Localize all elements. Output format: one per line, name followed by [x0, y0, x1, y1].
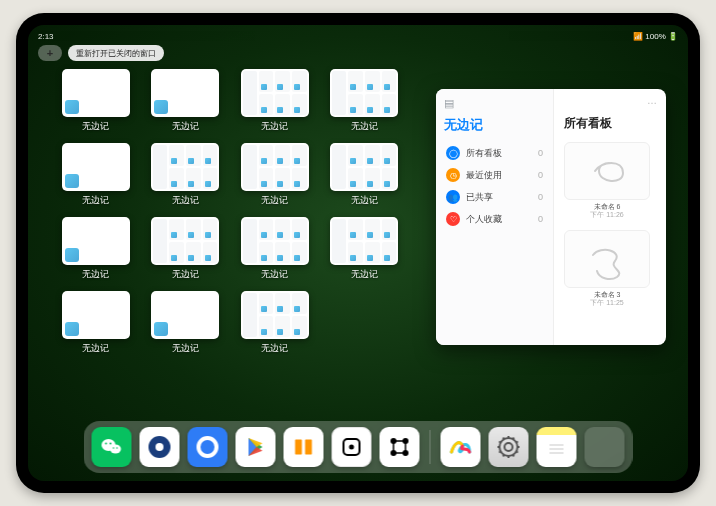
svg-point-7: [156, 443, 164, 451]
svg-point-3: [110, 443, 112, 445]
window-thumb-preview: [330, 217, 398, 265]
status-right: 📶 100% 🔋: [633, 32, 678, 41]
window-thumb-label: 无边记: [82, 120, 109, 133]
new-window-button[interactable]: +: [38, 45, 62, 61]
sidebar-item-icon: ◷: [446, 168, 460, 182]
svg-line-26: [499, 452, 501, 453]
svg-point-4: [113, 447, 115, 449]
sidebar-item-label: 已共享: [466, 191, 493, 204]
dock-browser-icon[interactable]: [140, 427, 180, 467]
sidebar-title: 无边记: [444, 116, 545, 134]
window-thumb-preview: [151, 291, 219, 339]
window-thumb-preview: [151, 143, 219, 191]
window-thumb-label: 无边记: [261, 194, 288, 207]
status-bar: 2:13 📶 100% 🔋: [28, 29, 688, 43]
window-thumb[interactable]: 无边记: [239, 143, 311, 207]
sidebar-item-label: 个人收藏: [466, 213, 502, 226]
dock-notes-icon[interactable]: [537, 427, 577, 467]
dock: [84, 421, 633, 473]
window-thumb-label: 无边记: [351, 194, 378, 207]
window-thumb[interactable]: 无边记: [239, 217, 311, 281]
dock-play-icon[interactable]: [236, 427, 276, 467]
dock-settings-icon[interactable]: [489, 427, 529, 467]
window-thumb-preview: [151, 69, 219, 117]
ipad-frame: 2:13 📶 100% 🔋 + 重新打开已关闭的窗口 无边记无边记无边记无边记无…: [16, 13, 700, 493]
svg-point-8: [199, 438, 217, 456]
window-thumb[interactable]: 无边记: [329, 69, 401, 133]
ipad-screen: 2:13 📶 100% 🔋 + 重新打开已关闭的窗口 无边记无边记无边记无边记无…: [28, 25, 688, 481]
main-title: 所有看板: [564, 115, 656, 132]
svg-line-25: [503, 455, 504, 457]
window-thumb[interactable]: 无边记: [60, 69, 132, 133]
svg-point-19: [500, 438, 518, 456]
sidebar-item-count: 0: [538, 214, 543, 224]
window-thumb-preview: [151, 217, 219, 265]
board-thumb: [564, 142, 650, 200]
window-thumb-label: 无边记: [172, 194, 199, 207]
window-thumb[interactable]: 无边记: [150, 143, 222, 207]
svg-point-14: [349, 445, 354, 450]
svg-point-20: [505, 443, 513, 451]
window-thumb[interactable]: 无边记: [60, 217, 132, 281]
reopen-closed-window-button[interactable]: 重新打开已关闭的窗口: [68, 45, 164, 61]
sidebar-item[interactable]: 👥已共享0: [444, 186, 545, 208]
window-thumb[interactable]: 无边记: [60, 143, 132, 207]
window-thumb-label: 无边记: [82, 342, 109, 355]
sidebar-item-label: 所有看板: [466, 147, 502, 160]
window-thumb-preview: [330, 143, 398, 191]
window-thumb[interactable]: 无边记: [150, 69, 222, 133]
window-thumb[interactable]: 无边记: [60, 291, 132, 355]
sidebar-item[interactable]: ♡个人收藏0: [444, 208, 545, 230]
dock-freeform-icon[interactable]: [441, 427, 481, 467]
window-thumb[interactable]: 无边记: [329, 143, 401, 207]
window-thumb-label: 无边记: [261, 120, 288, 133]
sidebar-item-label: 最近使用: [466, 169, 502, 182]
window-thumb-label: 无边记: [351, 120, 378, 133]
window-thumb-preview: [62, 291, 130, 339]
dock-books-icon[interactable]: [284, 427, 324, 467]
svg-point-2: [105, 443, 107, 445]
expose-grid: 无边记无边记无边记无边记无边记无边记无边记无边记无边记无边记无边记无边记无边记无…: [60, 69, 400, 355]
board-thumb: [564, 230, 650, 288]
svg-line-22: [516, 452, 518, 453]
window-thumb-preview: [241, 69, 309, 117]
sidebar-item-count: 0: [538, 148, 543, 158]
dock-qqbrowser-icon[interactable]: [188, 427, 228, 467]
app-sidebar: ▤ 无边记 ◯所有看板0◷最近使用0👥已共享0♡个人收藏0: [436, 89, 554, 345]
app-main: … 所有看板 未命名 6下午 11:26未命名 3下午 11:25: [554, 89, 666, 345]
window-thumb[interactable]: 无边记: [239, 69, 311, 133]
board-card[interactable]: 未命名 6下午 11:26: [564, 142, 650, 220]
window-thumb-preview: [62, 143, 130, 191]
sidebar-toggle-icon[interactable]: ▤: [444, 97, 545, 110]
window-thumb-label: 无边记: [261, 268, 288, 281]
sidebar-item[interactable]: ◷最近使用0: [444, 164, 545, 186]
dock-dice-icon[interactable]: [332, 427, 372, 467]
svg-line-29: [503, 437, 504, 439]
svg-line-31: [513, 437, 514, 439]
sidebar-item-icon: ◯: [446, 146, 460, 160]
window-thumb[interactable]: 无边记: [239, 291, 311, 355]
board-meta: 未命名 3下午 11:25: [564, 291, 650, 308]
svg-rect-10: [305, 439, 313, 455]
window-thumb-label: 无边记: [82, 194, 109, 207]
svg-line-23: [513, 455, 514, 457]
svg-line-28: [499, 442, 501, 443]
window-thumb[interactable]: 无边记: [150, 291, 222, 355]
more-options-icon[interactable]: …: [647, 95, 658, 106]
window-thumb[interactable]: 无边记: [329, 217, 401, 281]
board-card[interactable]: 未命名 3下午 11:25: [564, 230, 650, 308]
svg-point-5: [116, 447, 118, 449]
dock-recents-icon[interactable]: [585, 427, 625, 467]
sidebar-item[interactable]: ◯所有看板0: [444, 142, 545, 164]
window-thumb-preview: [62, 69, 130, 117]
window-thumb[interactable]: 无边记: [150, 217, 222, 281]
freeform-app-window[interactable]: ▤ 无边记 ◯所有看板0◷最近使用0👥已共享0♡个人收藏0 … 所有看板 未命名…: [436, 89, 666, 345]
window-thumb-preview: [330, 69, 398, 117]
dock-nodes-icon[interactable]: [380, 427, 420, 467]
dock-wechat-icon[interactable]: [92, 427, 132, 467]
window-thumb-preview: [62, 217, 130, 265]
window-thumb-label: 无边记: [261, 342, 288, 355]
svg-line-32: [516, 442, 518, 443]
dock-separator: [430, 430, 431, 464]
status-time: 2:13: [38, 32, 54, 41]
